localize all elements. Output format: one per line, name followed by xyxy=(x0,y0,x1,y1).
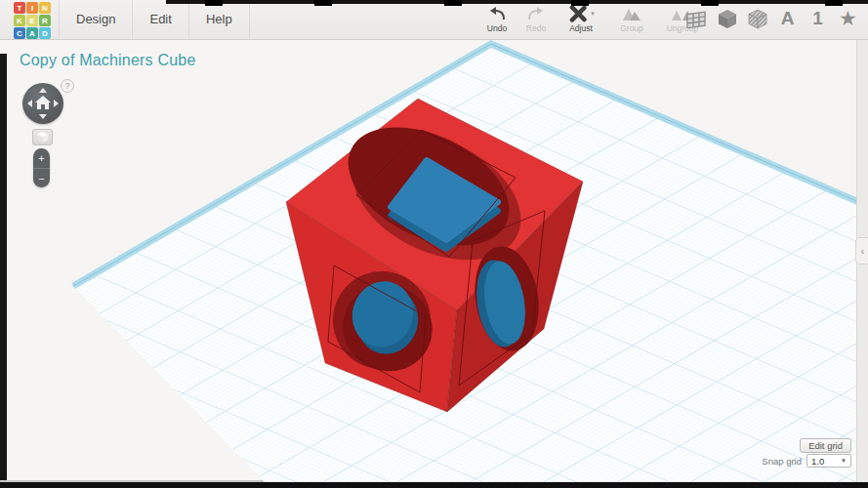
dropdown-caret-icon: ▼ xyxy=(841,458,847,464)
rotate-up-icon[interactable] xyxy=(39,88,47,93)
rotate-left-icon[interactable] xyxy=(27,100,32,107)
adjust-caret-icon: ▾ xyxy=(591,10,595,18)
logo-tile: N xyxy=(39,2,51,14)
hole-box-icon[interactable] xyxy=(745,5,769,32)
adjust-button[interactable]: ▾ Adjust xyxy=(556,4,606,33)
viewport-canvas[interactable] xyxy=(0,0,868,488)
logo-tile: E xyxy=(26,15,38,26)
panel-collapse-button[interactable]: ‹ xyxy=(855,237,868,264)
undo-icon xyxy=(487,4,507,22)
view-navigation-wheel[interactable] xyxy=(22,83,63,124)
zoom-in-button[interactable]: + xyxy=(33,148,50,169)
snap-grid-label: Snap grid xyxy=(762,456,802,467)
redo-icon xyxy=(526,4,546,22)
solid-box-icon[interactable] xyxy=(715,5,739,32)
group-label: Group xyxy=(620,23,643,33)
logo-tile: K xyxy=(14,15,25,26)
right-panel-strip: ‹ xyxy=(856,40,868,482)
logo-tile: T xyxy=(14,2,25,14)
symbols-icon[interactable]: ★ xyxy=(836,5,860,32)
zoom-out-button[interactable]: − xyxy=(33,169,50,188)
menu-item-edit[interactable]: Edit xyxy=(132,0,187,39)
toolbar: Undo Redo ▾ Adjust Group Ungroup xyxy=(477,4,708,37)
group-button[interactable]: Group xyxy=(606,4,657,33)
adjust-label: Adjust xyxy=(569,23,593,33)
letters-icon[interactable]: A xyxy=(775,5,800,32)
redo-button[interactable]: Redo xyxy=(517,4,556,33)
tab-mark xyxy=(444,0,462,6)
screen-left-edge xyxy=(0,54,7,480)
undo-button[interactable]: Undo xyxy=(477,4,517,33)
browser-top-edge xyxy=(166,0,868,4)
menu-item-design[interactable]: Design xyxy=(59,0,132,39)
rotate-right-icon[interactable] xyxy=(54,100,59,107)
tab-mark xyxy=(701,0,719,6)
snap-grid-row: Snap grid 1.0 ▼ xyxy=(762,454,851,468)
adjust-icon: ▾ xyxy=(567,4,595,22)
group-icon xyxy=(620,4,643,22)
logo-tile: R xyxy=(39,15,51,26)
screen-bottom-edge xyxy=(0,482,868,488)
tinkercad-logo[interactable]: TINKERCAD xyxy=(14,2,53,39)
fit-view-button[interactable] xyxy=(32,129,53,145)
numbers-icon[interactable]: 1 xyxy=(806,5,830,32)
snap-grid-select[interactable]: 1.0 ▼ xyxy=(806,454,851,468)
logo-tile: I xyxy=(26,2,38,14)
design-title: Copy of Machiners Cube xyxy=(20,52,196,69)
menu-item-help[interactable]: Help xyxy=(188,0,250,39)
logo-tile: C xyxy=(14,27,25,39)
logo-tile: D xyxy=(39,27,51,39)
workplane-grid-icon[interactable] xyxy=(684,5,709,32)
fit-view-cube-icon xyxy=(36,131,49,143)
menu: Design Edit Help xyxy=(59,0,250,39)
redo-label: Redo xyxy=(526,23,546,33)
rotate-down-icon[interactable] xyxy=(39,114,47,119)
tab-mark xyxy=(571,0,589,6)
zoom-control: + − xyxy=(33,148,50,187)
tab-mark xyxy=(314,0,332,6)
shape-library-bar: A 1 ★ xyxy=(684,5,860,32)
home-view-icon[interactable] xyxy=(35,96,51,113)
undo-label: Undo xyxy=(487,23,507,33)
snap-grid-value: 1.0 xyxy=(811,456,824,467)
menubar: TINKERCAD Design Edit Help Undo Redo ▾ A… xyxy=(0,0,868,40)
logo-tile: A xyxy=(26,27,38,39)
tab-mark xyxy=(205,0,223,6)
edit-grid-button[interactable]: Edit grid xyxy=(800,438,851,453)
help-button[interactable]: ? xyxy=(61,79,74,93)
tab-mark xyxy=(825,0,843,6)
